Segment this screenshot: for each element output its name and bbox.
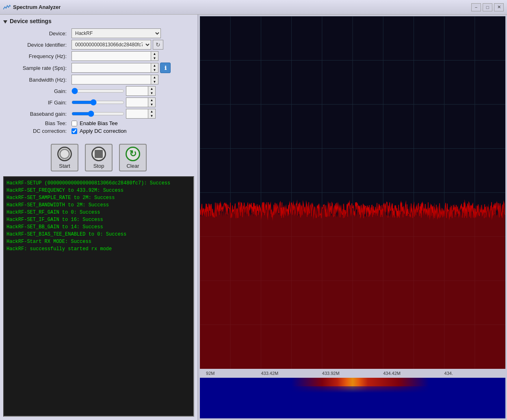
baseband-gain-input[interactable]: 14: [126, 109, 148, 119]
sample-rate-row: 2.0M ▲ ▼ ℹ: [72, 63, 194, 73]
spectrum-display: [200, 16, 505, 369]
clear-button[interactable]: ↻ Clear: [119, 144, 147, 171]
sample-rate-arrows: ▲ ▼: [151, 63, 158, 73]
if-gain-arrows: ▲ ▼: [148, 97, 156, 107]
clear-icon: ↻: [126, 147, 140, 161]
window-controls: − □ ✕: [471, 3, 504, 11]
waterfall-display: [200, 378, 505, 418]
info-button[interactable]: ℹ: [160, 63, 171, 73]
gain-spinbox: 0 ▲ ▼: [126, 86, 156, 96]
baseband-gain-slider[interactable]: [72, 110, 124, 117]
collapse-icon[interactable]: [3, 19, 7, 23]
dc-correction-label: DC correction:: [3, 128, 68, 134]
bandwidth-down[interactable]: ▼: [151, 80, 158, 84]
spectrum-canvas: [200, 16, 505, 369]
settings-grid: Device: HackRF Device Identifier: 000000…: [3, 28, 194, 134]
start-icon: [57, 147, 72, 161]
maximize-button[interactable]: □: [483, 3, 492, 11]
control-buttons: Start Stop ↻ Clear: [3, 144, 194, 171]
bandwidth-input[interactable]: 2.0M: [72, 75, 151, 84]
device-label: Device:: [3, 30, 68, 37]
close-button[interactable]: ✕: [494, 3, 504, 11]
device-settings-header: Device settings: [3, 18, 194, 24]
window-title: Spectrum Analyzer: [13, 4, 471, 10]
waterfall-canvas: [200, 378, 505, 418]
start-label: Start: [59, 163, 70, 169]
if-gain-down[interactable]: ▼: [148, 102, 155, 107]
baseband-gain-arrows: ▲ ▼: [148, 109, 156, 119]
baseband-gain-row: 14 ▲ ▼: [72, 109, 194, 119]
stop-icon: [91, 147, 106, 161]
if-gain-up[interactable]: ▲: [148, 98, 155, 102]
stop-label: Stop: [93, 163, 104, 169]
bias-tee-label: Bias Tee:: [3, 120, 68, 126]
device-row: HackRF: [72, 28, 194, 38]
frequency-axis: 92M433.42M433.92M434.42M434.: [200, 369, 505, 378]
gain-row: 0 ▲ ▼: [72, 86, 194, 96]
sample-rate-up[interactable]: ▲: [151, 63, 158, 68]
freq-label: 92M: [206, 371, 214, 376]
frequency-spinbox: 433.92M ▲ ▼: [72, 51, 194, 61]
bandwidth-spinbox: 2.0M ▲ ▼: [72, 75, 194, 84]
gain-arrows: ▲ ▼: [148, 86, 156, 96]
start-circle-icon: [59, 149, 70, 159]
right-panel: Y-Scale 92M433.42M433.92M434.42M434.: [198, 15, 507, 420]
bias-tee-checkbox-label: Enable Bias Tee: [80, 120, 118, 126]
stop-button[interactable]: Stop: [85, 144, 113, 171]
dc-correction-checkbox[interactable]: [72, 128, 77, 134]
gain-up[interactable]: ▲: [148, 87, 155, 91]
section-title: Device settings: [10, 18, 52, 24]
device-id-row: 0000000000813066dc28480fc7 ↻: [72, 40, 194, 50]
left-panel: Device settings Device: HackRF Device Id…: [0, 15, 198, 420]
if-gain-label: IF Gain:: [3, 100, 68, 106]
dc-correction-checkbox-label: Apply DC correction: [80, 128, 127, 134]
minimize-button[interactable]: −: [471, 3, 481, 11]
device-select[interactable]: HackRF: [72, 28, 161, 38]
device-id-select[interactable]: 0000000000813066dc28480fc7: [72, 40, 151, 50]
if-gain-slider[interactable]: [72, 99, 124, 106]
log-panel: HackRF-SETUP (0000000000000000813066dc28…: [3, 176, 194, 417]
gain-slider[interactable]: [72, 87, 124, 95]
svg-marker-0: [3, 20, 7, 24]
frequency-arrows: ▲ ▼: [151, 51, 158, 61]
bandwidth-arrows: ▲ ▼: [151, 75, 158, 84]
frequency-up[interactable]: ▲: [151, 52, 158, 56]
sample-rate-input[interactable]: 2.0M: [72, 63, 151, 73]
main-content: Device settings Device: HackRF Device Id…: [0, 15, 507, 420]
if-gain-spinbox: 16 ▲ ▼: [126, 97, 156, 107]
clear-label: Clear: [126, 163, 139, 169]
if-gain-input[interactable]: 16: [126, 97, 148, 107]
baseband-gain-spinbox: 14 ▲ ▼: [126, 109, 156, 119]
dc-correction-row: Apply DC correction: [72, 128, 194, 134]
frequency-input[interactable]: 433.92M: [72, 51, 151, 61]
freq-label: 433.42M: [261, 371, 278, 376]
bandwidth-label: Bandwidth (Hz):: [3, 77, 68, 83]
refresh-button[interactable]: ↻: [153, 40, 163, 50]
title-bar: Spectrum Analyzer − □ ✕: [0, 0, 507, 15]
freq-label: 434.: [444, 371, 453, 376]
sample-rate-spinbox: 2.0M ▲ ▼: [72, 63, 158, 73]
device-id-label: Device Identifier:: [3, 42, 68, 48]
start-button[interactable]: Start: [51, 144, 78, 171]
gain-label: Gain:: [3, 88, 68, 94]
frequency-down[interactable]: ▼: [151, 56, 158, 61]
bandwidth-up[interactable]: ▲: [151, 75, 158, 80]
if-gain-row: 16 ▲ ▼: [72, 97, 194, 107]
sample-rate-label: Sample rate (Sps):: [3, 65, 68, 71]
baseband-gain-up[interactable]: ▲: [148, 109, 155, 114]
stop-square-icon: [95, 150, 103, 158]
baseband-gain-down[interactable]: ▼: [148, 114, 155, 118]
freq-label: 434.42M: [383, 371, 401, 376]
gain-down[interactable]: ▼: [148, 91, 155, 95]
sample-rate-down[interactable]: ▼: [151, 68, 158, 72]
gain-input[interactable]: 0: [126, 86, 148, 96]
freq-label: 433.92M: [322, 371, 340, 376]
bias-tee-checkbox[interactable]: [72, 121, 77, 126]
app-icon: [3, 4, 11, 11]
baseband-gain-label: Baseband gain:: [3, 111, 68, 117]
clear-arrow-icon: ↻: [129, 149, 136, 159]
frequency-label: Frequency (Hz):: [3, 53, 68, 59]
bias-tee-row: Enable Bias Tee: [72, 120, 194, 126]
